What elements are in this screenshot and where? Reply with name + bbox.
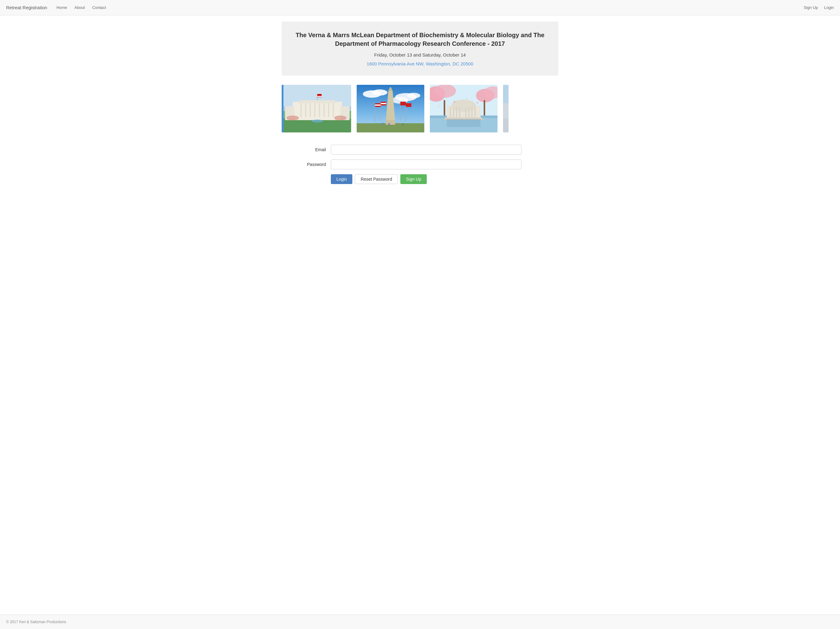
hero-section: The Verna & Marrs McLean Department of B… bbox=[282, 22, 558, 76]
reset-password-button[interactable]: Reset Password bbox=[355, 174, 398, 184]
email-label: Email bbox=[282, 147, 331, 152]
hero-address-link[interactable]: 1600 Pennsylvania Ave NW, Washington, DC… bbox=[367, 61, 474, 66]
svg-rect-8 bbox=[314, 103, 316, 117]
svg-rect-68 bbox=[471, 107, 472, 117]
nav-signup-link[interactable]: Sign Up bbox=[804, 5, 818, 10]
svg-rect-30 bbox=[386, 120, 395, 125]
svg-rect-78 bbox=[503, 103, 508, 118]
svg-point-50 bbox=[402, 123, 404, 125]
svg-point-47 bbox=[382, 123, 384, 125]
form-buttons: Login Reset Password Sign Up bbox=[331, 174, 558, 184]
login-button[interactable]: Login bbox=[331, 174, 352, 184]
nav-login-link[interactable]: Login bbox=[824, 5, 834, 10]
svg-point-22 bbox=[334, 115, 346, 120]
svg-rect-10 bbox=[324, 103, 325, 117]
svg-point-76 bbox=[439, 106, 440, 107]
svg-rect-69 bbox=[474, 107, 476, 117]
gallery-image-monument bbox=[357, 85, 424, 132]
svg-point-53 bbox=[434, 85, 456, 98]
svg-rect-67 bbox=[468, 107, 469, 117]
svg-rect-77 bbox=[503, 85, 508, 103]
svg-rect-9 bbox=[319, 103, 320, 117]
password-row: Password bbox=[282, 159, 558, 169]
svg-point-48 bbox=[388, 123, 390, 125]
svg-rect-62 bbox=[450, 107, 451, 117]
svg-rect-45 bbox=[400, 102, 406, 106]
svg-point-49 bbox=[397, 123, 399, 125]
svg-rect-79 bbox=[503, 118, 508, 132]
nav-auth: Sign Up Login bbox=[804, 5, 834, 10]
svg-rect-42 bbox=[381, 102, 386, 103]
password-input[interactable] bbox=[331, 159, 521, 169]
nav-link-about[interactable]: About bbox=[74, 5, 85, 10]
email-input[interactable] bbox=[331, 145, 521, 154]
nav-brand: Retreat Registration bbox=[6, 5, 47, 10]
svg-point-73 bbox=[453, 101, 455, 102]
email-row: Email bbox=[282, 145, 558, 154]
svg-rect-11 bbox=[328, 103, 329, 117]
nav-links: Home About Contact bbox=[56, 5, 804, 10]
gallery bbox=[282, 85, 558, 132]
svg-rect-38 bbox=[375, 103, 381, 104]
svg-rect-12 bbox=[333, 103, 334, 117]
svg-rect-40 bbox=[375, 106, 381, 107]
svg-point-74 bbox=[466, 98, 467, 99]
svg-rect-39 bbox=[375, 104, 381, 106]
svg-rect-43 bbox=[381, 103, 386, 104]
svg-marker-13 bbox=[297, 100, 337, 103]
svg-rect-46 bbox=[406, 103, 411, 107]
svg-rect-65 bbox=[459, 107, 460, 117]
signup-button[interactable]: Sign Up bbox=[400, 174, 427, 184]
svg-rect-63 bbox=[453, 107, 454, 117]
svg-rect-5 bbox=[300, 103, 302, 117]
svg-rect-20 bbox=[317, 96, 322, 97]
svg-point-27 bbox=[407, 93, 420, 98]
svg-rect-19 bbox=[317, 94, 322, 95]
hero-title: The Verna & Marrs McLean Department of B… bbox=[294, 31, 546, 48]
svg-rect-6 bbox=[305, 103, 306, 117]
footer: © 2017 Keri & Saltzman Productions bbox=[0, 615, 840, 629]
svg-rect-66 bbox=[465, 107, 466, 117]
footer-copyright: © 2017 Keri & Saltzman Productions bbox=[6, 620, 66, 624]
svg-rect-64 bbox=[456, 107, 457, 117]
svg-point-21 bbox=[287, 115, 299, 120]
nav-link-home[interactable]: Home bbox=[56, 5, 67, 10]
gallery-images bbox=[284, 85, 558, 132]
hero-date: Friday, October 13 and Saturday, October… bbox=[294, 52, 546, 57]
password-label: Password bbox=[282, 162, 331, 167]
svg-point-25 bbox=[372, 90, 387, 96]
svg-rect-7 bbox=[309, 103, 311, 117]
svg-point-75 bbox=[477, 102, 478, 104]
gallery-image-whitehouse bbox=[284, 85, 351, 132]
nav-link-contact[interactable]: Contact bbox=[92, 5, 106, 10]
svg-rect-70 bbox=[445, 117, 482, 118]
gallery-image-memorial bbox=[430, 85, 497, 132]
gallery-image-partial bbox=[503, 85, 508, 132]
svg-rect-72 bbox=[447, 119, 481, 127]
form-section: Email Password Login Reset Password Sign… bbox=[282, 142, 558, 187]
svg-point-16 bbox=[312, 120, 323, 123]
navbar: Retreat Registration Home About Contact … bbox=[0, 0, 840, 15]
svg-rect-44 bbox=[381, 104, 386, 106]
